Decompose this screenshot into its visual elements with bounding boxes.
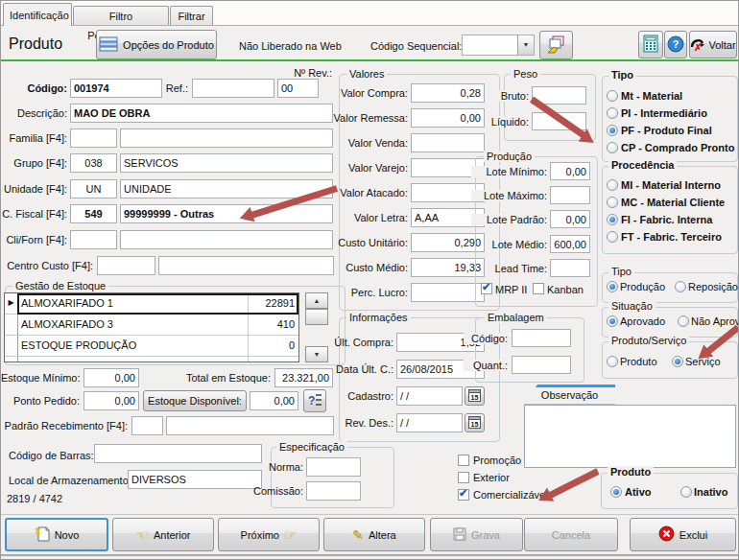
padrao-recebimento-desc-field[interactable] [166,416,334,435]
situacao-aprovado-radio[interactable] [607,315,618,327]
promocao-checkbox[interactable] [458,455,469,466]
procedencia-ft-radio[interactable] [607,231,618,243]
scroll-up-icon[interactable]: ▲ [305,292,328,309]
estoque-grid-row[interactable]: ALMOXARIFADO 3 410 [5,315,298,336]
tab-filtro-personalizado[interactable]: Filtro Personalizado [73,6,169,25]
cancela-label: Cancela [552,529,590,541]
tipo-cp-radio[interactable] [607,142,618,153]
estoque-grid-row[interactable]: ▶ ALMOXARIFADO 1 22891 [5,293,298,315]
estoque-disponivel-button[interactable]: Estoque Disponível: [143,390,247,411]
procedencia-mi-radio[interactable] [607,179,618,191]
tab-observacao[interactable]: Observação [524,385,615,405]
grupo-code-field[interactable]: 038 [70,153,117,173]
exclui-button[interactable]: Exclui [630,518,736,551]
tab-filtrar[interactable]: Filtrar [170,6,213,25]
cfiscal-code-field[interactable]: 549 [70,204,117,223]
sequential-code-combobox[interactable]: ▼ [462,35,535,56]
procedencia-fi-radio[interactable] [607,214,618,225]
tab-identificacao[interactable]: Identificação [3,3,72,26]
producao-caption: Produção [484,151,535,162]
anterior-button[interactable]: ☜ Anterior [112,518,214,551]
row-marker [5,357,18,362]
produto-radio[interactable] [607,356,618,367]
grupo-desc-field[interactable]: SERVICOS [120,153,333,173]
exterior-checkbox[interactable] [458,472,469,483]
ref-field[interactable] [192,79,274,98]
help-button[interactable]: ? [664,31,687,58]
centro-custo-code-field[interactable] [97,256,155,275]
valor-compra-field[interactable]: 0,28 [411,83,485,103]
proximo-button[interactable]: Próximo ☞ [218,518,320,551]
cliforn-desc-field[interactable] [120,230,333,249]
situacao-nao-aprov-radio[interactable] [678,315,689,327]
green-separator [1,59,739,61]
observacao-textarea[interactable] [524,405,736,468]
tipo-reposicao-label: Reposição [688,281,738,292]
ativo-label: Ativo [625,486,652,498]
kanban-checkbox[interactable] [533,283,544,294]
lote-padrao-field[interactable]: 0,00 [550,210,590,228]
estoque-grid-row[interactable]: ESTOQUE PRODUÇÃO 0 [5,336,298,357]
unidade-code-field[interactable]: UN [70,179,117,198]
mrp2-label: MRP II [495,284,527,295]
cadastro-field[interactable]: / / [396,386,463,406]
comissao-field[interactable] [306,481,361,501]
rev-des-field[interactable]: / / [396,413,463,432]
codigo-barras-field[interactable] [94,444,262,463]
inativo-radio[interactable] [680,486,692,498]
procedencia-mc-radio[interactable] [607,197,618,208]
servico-radio[interactable] [672,356,683,367]
embalagem-quant-field[interactable] [512,356,571,374]
cliforn-code-field[interactable] [70,230,117,249]
exclui-label: Exclui [679,529,707,541]
perc-lucro-field[interactable] [411,283,485,302]
cfiscal-desc-field[interactable]: 99999999 - Outras [120,204,333,223]
calculator-button[interactable] [638,31,663,58]
familia-code-field[interactable] [70,128,117,148]
novo-button[interactable]: Novo [5,518,108,551]
scroll-thumb[interactable] [305,309,328,325]
nrev-field[interactable]: 00 [277,79,319,98]
embalagem-caption: Embalagem [485,312,547,323]
rev-des-calendar-button[interactable]: 15 [465,413,485,432]
warehouse-name: ESTOQUE PRODUÇÃO [18,336,248,356]
norma-label: Norma: [241,461,303,473]
product-options-button[interactable]: Opções do Produto [96,30,217,59]
lote-medio-field[interactable]: 600,00 [550,235,590,253]
grava-label: Grava [471,529,500,541]
estoque-minimo-field[interactable]: 0,00 [83,368,139,387]
embalagem-codigo-field[interactable] [512,329,571,347]
sequential-lookup-button[interactable] [539,31,573,59]
grid-scrollbar[interactable]: ▲ ▼ [305,292,328,362]
estoque-grid-row-partial[interactable] [5,357,298,362]
tipo-reposicao-radio[interactable] [675,281,686,292]
descricao-field[interactable]: MAO DE OBRA [70,104,333,123]
lead-time-field[interactable] [550,259,590,277]
tipo-pf-radio[interactable] [607,125,618,136]
norma-field[interactable] [306,457,361,477]
altera-button[interactable]: ✎ Altera [323,518,425,551]
nrev-label: Nº Rev.: [273,67,332,79]
tipo-pi-radio[interactable] [607,107,618,119]
tipo-producao-radio[interactable] [607,281,618,292]
lote-minimo-field[interactable]: 0,00 [550,162,590,180]
cadastro-calendar-button[interactable]: 15 [465,386,485,406]
scroll-down-icon[interactable]: ▼ [305,346,328,362]
valor-remessa-field[interactable]: 0,00 [411,108,485,128]
familia-desc-field[interactable] [120,128,333,148]
ponto-pedido-field[interactable]: 0,00 [83,391,139,410]
estoque-disponivel-field[interactable]: 0,00 [250,391,298,410]
grava-button[interactable]: Grava [430,518,523,551]
combo-dropdown-arrow-icon[interactable]: ▼ [517,35,534,55]
comercializavel-checkbox[interactable] [458,489,469,501]
familia-label: Familia [F4]: [1,132,67,144]
ativo-radio[interactable] [610,486,622,498]
cancela-button[interactable]: Cancela [524,518,618,551]
valor-venda-field[interactable] [411,133,485,152]
centro-custo-desc-field[interactable] [158,256,334,275]
lote-maximo-field[interactable] [550,186,590,204]
mrp2-checkbox[interactable] [481,283,492,294]
voltar-button[interactable]: ✗ Voltar [689,31,737,58]
tipo-mt-radio[interactable] [607,90,618,102]
padrao-recebimento-code-field[interactable] [131,416,163,435]
